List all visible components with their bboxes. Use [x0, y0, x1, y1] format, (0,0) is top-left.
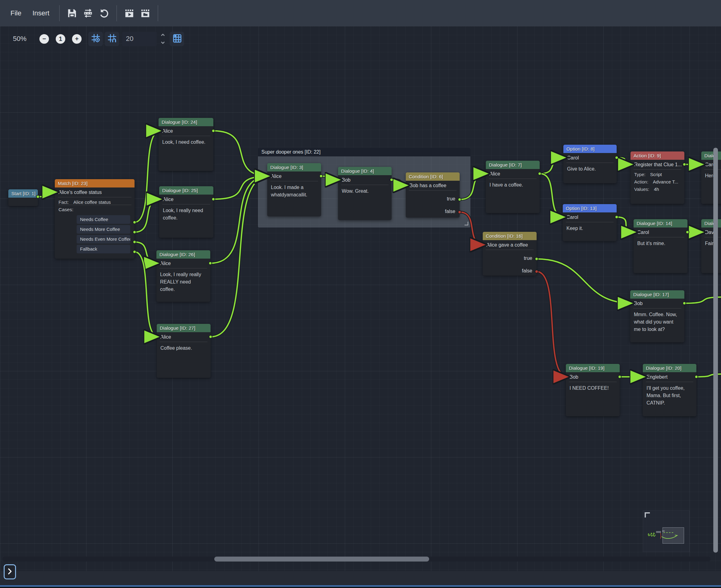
translate-button[interactable] [80, 5, 96, 21]
menu-insert[interactable]: Insert [27, 6, 55, 20]
zoom-reset-button[interactable]: 1 [56, 34, 65, 44]
undo-icon [99, 8, 109, 19]
node-title[interactable]: Match [ID: 23] [55, 179, 134, 188]
minimap-panel[interactable] [643, 510, 690, 552]
graph-node-dlg-26[interactable]: Dialogue [ID: 26]AliceLook, I really rea… [156, 250, 210, 302]
node-speaker-row: Bob [630, 299, 684, 308]
node-speaker-row: Carol [634, 228, 687, 237]
node-divider [486, 250, 533, 250]
test-scene-button[interactable] [137, 5, 153, 21]
node-property-row: Type:Script [631, 170, 684, 177]
group-title[interactable]: Super dooper ones [ID: 22] [258, 148, 470, 156]
wire-start-1-to-match-23 [38, 192, 57, 197]
node-speaker-row: Alice [267, 171, 321, 181]
node-title[interactable]: Dialog [701, 219, 721, 228]
save-button[interactable] [64, 5, 80, 21]
graph-node-dlg-7[interactable]: Dialogue [ID: 7]AliceI have a coffee. [486, 161, 540, 213]
node-speaker-row: Bob [338, 175, 391, 185]
node-speaker-row: Alice [158, 126, 213, 136]
node-title[interactable]: Start [ID: 1] [8, 189, 38, 198]
node-text-row: I NEED COFFEE! [566, 382, 620, 392]
node-title[interactable]: Condition [ID: 6] [406, 172, 460, 181]
translate-icon [83, 8, 93, 19]
expand-panel-button[interactable] [4, 564, 16, 580]
snap-distance-input[interactable]: 20 [122, 32, 157, 46]
node-title[interactable]: Dialog [701, 151, 721, 160]
snap-distance-value: 20 [126, 35, 133, 43]
node-title[interactable]: Dialogue [ID: 4] [338, 167, 391, 175]
graph-node-dlg-3[interactable]: Dialogue [ID: 3]AliceLook. I made a what… [267, 163, 321, 216]
graph-node-dlg-14[interactable]: Dialogue [ID: 14]CarolBut it's mine. [634, 219, 687, 273]
node-case-row[interactable]: Needs More Coffee [77, 225, 130, 234]
snap-distance-toggle[interactable] [105, 32, 119, 46]
node-text-row: Look, I need coffee. [158, 136, 213, 146]
horizontal-scrollbar[interactable] [2, 556, 711, 562]
graph-node-dlg-25[interactable]: Dialogue [ID: 25]AliceLook, I really nee… [159, 186, 213, 238]
node-case-row[interactable]: Fallback [77, 245, 130, 253]
graph-node-act-9[interactable]: Action [ID: 9]Register that Clue 1...Typ… [631, 151, 684, 204]
node-text-row: Coffee please. [157, 342, 211, 352]
node-case-row[interactable]: Needs Even More Coffee [77, 235, 130, 244]
snap-grid-toggle[interactable] [88, 32, 103, 46]
node-title[interactable]: Option [ID: 8] [564, 145, 617, 153]
snap-distance-stepper[interactable] [161, 32, 165, 46]
graph-node-dlg-4[interactable]: Dialogue [ID: 4]BobWow. Great. [338, 167, 391, 220]
node-title[interactable]: Dialogue [ID: 17] [630, 290, 684, 299]
menu-file[interactable]: File [5, 6, 27, 20]
node-title[interactable]: Dialogue [ID: 25] [159, 186, 213, 194]
graph-node-dlg-cut-b[interactable]: DialogDaveFair e [701, 219, 721, 273]
minimap-toggle[interactable] [170, 32, 184, 46]
node-speaker-row: Register that Clue 1... [631, 160, 684, 169]
graph-node-dlg-27[interactable]: Dialogue [ID: 27]AliceCoffee please. [157, 324, 211, 378]
bottom-panel-edge [0, 587, 721, 588]
node-title[interactable]: Dialogue [ID: 20] [643, 364, 696, 372]
node-title[interactable]: Option [ID: 13] [563, 204, 617, 212]
minimap-camera-rect[interactable] [662, 527, 684, 544]
node-title[interactable]: Action [ID: 9] [631, 151, 684, 160]
spinner-up-icon[interactable] [161, 32, 165, 38]
node-speaker-row: Alice gave a coffee [483, 240, 536, 250]
vertical-scrollbar-thumb[interactable] [713, 148, 718, 552]
horizontal-scrollbar-thumb[interactable] [214, 556, 429, 562]
graph-canvas[interactable]: 50% − 1 + 20 Super dooper ones [ID: 22] [0, 26, 721, 571]
graph-node-cond-6[interactable]: Condition [ID: 6]Bob has a coffeetruefal… [406, 172, 460, 218]
node-title[interactable]: Dialogue [ID: 19] [566, 364, 620, 372]
node-title[interactable]: Dialogue [ID: 3] [267, 163, 321, 171]
wire-match-23-to-dlg-25 [134, 199, 161, 232]
clapper-play-icon [124, 8, 134, 19]
menubar: File Insert [0, 0, 721, 26]
graph-node-dlg-19[interactable]: Dialogue [ID: 19]BobI NEED COFFEE! [566, 364, 620, 416]
wire-match-23-to-dlg-27 [134, 252, 158, 337]
node-branch-row: true [406, 194, 460, 203]
node-title[interactable]: Dialogue [ID: 24] [158, 118, 213, 126]
group-resize-handle[interactable] [465, 222, 468, 225]
node-speaker-row: Dave [701, 228, 721, 237]
graph-node-dlg-17[interactable]: Dialogue [ID: 17]BobMmm. Coffee. Now, wh… [630, 290, 684, 342]
spinner-down-icon[interactable] [161, 40, 165, 46]
zoom-out-button[interactable]: − [39, 34, 49, 44]
graph-node-opt-8[interactable]: Option [ID: 8]CarolGive to Alice. [564, 145, 617, 183]
graph-node-cond-16[interactable]: Condition [ID: 16]Alice gave a coffeetru… [483, 232, 536, 275]
graph-node-dlg-24[interactable]: Dialogue [ID: 24]AliceLook, I need coffe… [158, 118, 213, 171]
node-speaker-row: Alice [157, 332, 211, 342]
node-speaker-row: Alice [156, 258, 210, 268]
graph-node-start-1[interactable]: Start [ID: 1] [8, 189, 38, 206]
menubar-separator [157, 5, 158, 21]
test-dialogue-button[interactable] [121, 5, 137, 21]
zoom-in-button[interactable]: + [72, 34, 82, 44]
graph-node-match-23[interactable]: Match [ID: 23]Alice's coffee statusFact:… [55, 179, 134, 258]
graph-node-dlg-20[interactable]: Dialogue [ID: 20]EnglebertI'll get you c… [643, 364, 696, 416]
node-text-row: But it's mine. [634, 237, 687, 247]
graph-node-dlg-cut-a[interactable]: DialogCarolHere [701, 151, 721, 204]
node-title[interactable]: Dialogue [ID: 26] [156, 250, 210, 258]
node-title[interactable]: Dialogue [ID: 27] [157, 324, 211, 332]
minimap-resize-handle[interactable] [645, 512, 650, 518]
node-case-row[interactable]: Needs Coffee [77, 215, 130, 224]
node-title[interactable]: Condition [ID: 16] [483, 232, 536, 240]
node-speaker-row: Bob [566, 372, 620, 382]
node-title[interactable]: Dialogue [ID: 14] [634, 219, 687, 228]
node-text-row: Wow. Great. [338, 185, 391, 195]
undo-button[interactable] [96, 5, 112, 21]
graph-node-opt-13[interactable]: Option [ID: 13]CarolKeep it. [563, 204, 617, 241]
node-title[interactable]: Dialogue [ID: 7] [486, 161, 540, 169]
